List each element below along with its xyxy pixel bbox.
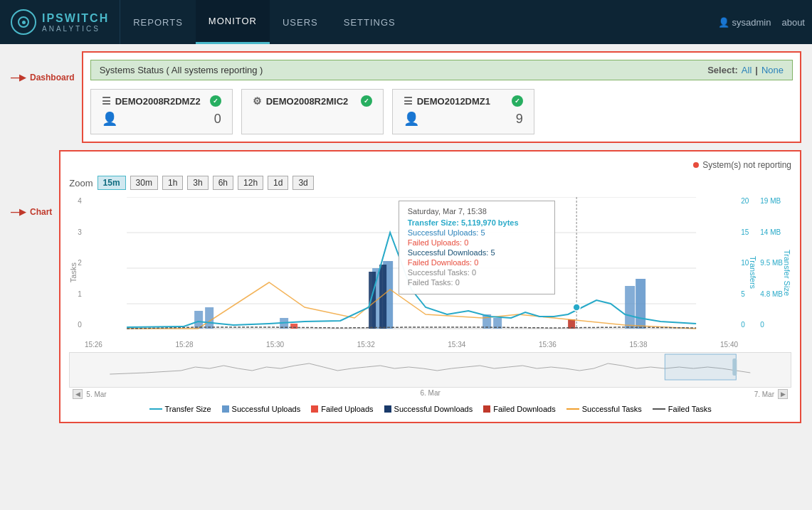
legend-label-transfer: Transfer Size bbox=[165, 405, 211, 413]
system-status-2 bbox=[361, 95, 372, 107]
svg-rect-16 bbox=[369, 272, 376, 329]
chart-svg bbox=[85, 197, 738, 339]
tasks-label: Tasks bbox=[69, 262, 78, 282]
system-card-1[interactable]: ☰ DEMO2008R2DMZ2 👤 0 bbox=[90, 89, 233, 134]
system-card-3[interactable]: ☰ DEMO2012DMZ1 👤 9 bbox=[392, 89, 534, 134]
y-tick-1: 1 bbox=[78, 290, 82, 298]
transfers-label: Transfers bbox=[749, 256, 757, 289]
dashboard-wrapper: —▶ Dashboard Systems Status ( All system… bbox=[11, 51, 801, 143]
y-tick-20: 20 bbox=[741, 197, 749, 205]
legend-label-sdl: Successful Downloads bbox=[394, 405, 473, 413]
legend-failed-tasks: Failed Tasks bbox=[653, 405, 712, 413]
y-tick-10: 10 bbox=[741, 259, 749, 267]
chart-panel: System(s) not reporting Zoom 15m 30m 1h … bbox=[59, 150, 801, 423]
zoom-12h[interactable]: 12h bbox=[238, 176, 263, 190]
user-icon-1: 👤 bbox=[102, 111, 117, 127]
x-label-0: 15:26 bbox=[85, 341, 102, 349]
svg-rect-13 bbox=[636, 279, 645, 329]
legend-failed-uploads: Failed Uploads bbox=[311, 405, 373, 413]
legend-label-fdl: Failed Downloads bbox=[493, 405, 555, 413]
x-label-7: 15:40 bbox=[720, 341, 738, 349]
not-reporting: System(s) not reporting bbox=[693, 160, 791, 170]
nav-settings[interactable]: SETTINGS bbox=[331, 0, 408, 44]
system-card-3-header: ☰ DEMO2012DMZ1 bbox=[404, 95, 523, 107]
select-controls: Select: All | None bbox=[707, 65, 784, 75]
logo-area: IPSWITCH ANALYTICS bbox=[7, 0, 120, 44]
zoom-15m[interactable]: 15m bbox=[97, 176, 126, 190]
chart-top-bar: System(s) not reporting bbox=[69, 160, 791, 170]
x-label-3: 15:32 bbox=[357, 341, 375, 349]
user-count-1: 0 bbox=[214, 112, 221, 127]
zoom-bar: Zoom 15m 30m 1h 3h 6h 12h 1d 3d bbox=[69, 176, 791, 190]
zoom-30m[interactable]: 30m bbox=[130, 176, 158, 190]
gear-icon-2: ⚙ bbox=[253, 95, 262, 107]
chart-legend: Transfer Size Successful Uploads Failed … bbox=[69, 405, 791, 413]
legend-successful-downloads: Successful Downloads bbox=[384, 405, 473, 413]
y-tick-4mb: 4.8 MB bbox=[760, 290, 783, 298]
nav-items: REPORTS MONITOR USERS SETTINGS bbox=[120, 0, 717, 44]
nav-monitor[interactable]: MONITOR bbox=[196, 0, 270, 44]
mini-label-2: 7. Mar bbox=[754, 391, 774, 398]
x-label-4: 15:34 bbox=[448, 341, 465, 349]
zoom-3h[interactable]: 3h bbox=[187, 176, 208, 190]
chart-label: —▶ Chart bbox=[11, 207, 52, 217]
system-card-2-header: ⚙ DEMO2008R2MIC2 bbox=[253, 95, 372, 107]
systems-grid: ☰ DEMO2008R2DMZ2 👤 0 ⚙ DEMO2008R2MIC2 bbox=[90, 89, 793, 134]
x-label-2: 15:30 bbox=[266, 341, 284, 349]
select-none-link[interactable]: None bbox=[761, 65, 784, 75]
x-label-6: 15:38 bbox=[629, 341, 647, 349]
header: IPSWITCH ANALYTICS REPORTS MONITOR USERS… bbox=[0, 0, 812, 44]
server-icon-1: ☰ bbox=[102, 95, 111, 107]
zoom-6h[interactable]: 6h bbox=[213, 176, 233, 190]
select-label: Select: bbox=[707, 65, 738, 75]
legend-successful-tasks: Successful Tasks bbox=[566, 405, 642, 413]
y-tick-3: 3 bbox=[78, 228, 82, 236]
chart-wrapper: —▶ Chart System(s) not reporting Zoom 15… bbox=[11, 150, 801, 423]
system-card-1-footer: 👤 0 bbox=[102, 110, 221, 128]
chart-svg-area: Saturday, Mar 7, 15:38 Transfer Size: 5,… bbox=[85, 197, 738, 349]
about-link[interactable]: about bbox=[781, 17, 805, 28]
user-info: 👤 sysadmin bbox=[718, 17, 771, 28]
select-all-link[interactable]: All bbox=[742, 65, 752, 75]
y-tick-9mb: 9.5 MB bbox=[760, 259, 783, 267]
user-icon: 👤 bbox=[718, 17, 729, 28]
legend-successful-uploads: Successful Uploads bbox=[222, 405, 301, 413]
brand-name: IPSWITCH bbox=[42, 12, 109, 25]
system-status-1 bbox=[210, 95, 221, 107]
y-right-ticks-transfers: 20 15 10 5 0 bbox=[738, 197, 749, 339]
scroll-left-arrow[interactable]: ◀ bbox=[73, 389, 83, 399]
x-axis-labels: 15:26 15:28 15:30 15:32 15:34 15:36 15:3… bbox=[85, 341, 738, 349]
x-label-1: 15:28 bbox=[176, 341, 194, 349]
y-axis-right-container: 20 15 10 5 0 Transfers 19 MB 14 MB 9.5 M… bbox=[738, 197, 791, 349]
y-tick-14mb: 14 MB bbox=[760, 228, 781, 236]
y-tick-15: 15 bbox=[741, 228, 749, 236]
zoom-1h[interactable]: 1h bbox=[162, 176, 183, 190]
legend-failed-downloads: Failed Downloads bbox=[483, 405, 555, 413]
main-content: —▶ Dashboard Systems Status ( All system… bbox=[0, 44, 812, 430]
mini-label-0: 5. Mar bbox=[86, 391, 106, 398]
dashboard-arrow: —▶ bbox=[11, 73, 26, 83]
dashboard-panel: Systems Status ( All systems reporting )… bbox=[82, 51, 801, 143]
scroll-right-arrow[interactable]: ▶ bbox=[778, 389, 788, 399]
system-card-2[interactable]: ⚙ DEMO2008R2MIC2 bbox=[241, 89, 384, 134]
nav-reports[interactable]: REPORTS bbox=[120, 0, 196, 44]
y-tick-5: 5 bbox=[741, 290, 745, 298]
svg-rect-12 bbox=[625, 286, 635, 329]
nav-right: 👤 sysadmin about bbox=[718, 17, 805, 28]
zoom-1d[interactable]: 1d bbox=[268, 176, 288, 190]
y-tick-4: 4 bbox=[78, 197, 82, 205]
nav-users[interactable]: USERS bbox=[270, 0, 331, 44]
mini-map bbox=[69, 352, 791, 388]
server-icon-3: ☰ bbox=[404, 95, 413, 107]
username: sysadmin bbox=[732, 17, 771, 28]
system-card-2-footer bbox=[253, 110, 372, 112]
user-icon-3: 👤 bbox=[404, 111, 419, 127]
y-tick-19mb: 19 MB bbox=[760, 197, 781, 205]
legend-line-stask bbox=[566, 408, 579, 410]
svg-rect-6 bbox=[205, 307, 213, 329]
svg-rect-21 bbox=[665, 354, 737, 380]
system-status-3 bbox=[512, 95, 523, 107]
logo-text: IPSWITCH ANALYTICS bbox=[42, 12, 109, 33]
zoom-3d[interactable]: 3d bbox=[292, 176, 313, 190]
mini-label-1: 6. Mar bbox=[421, 389, 441, 399]
